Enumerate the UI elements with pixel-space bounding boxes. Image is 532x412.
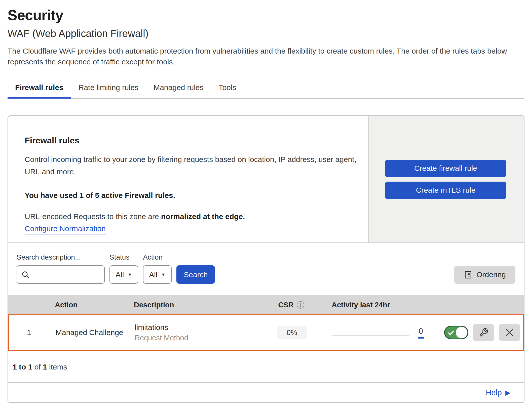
table-header-activity: Activity last 24hr bbox=[328, 301, 443, 309]
panel-description: Control incoming traffic to your zone by… bbox=[25, 153, 358, 178]
rule-controls bbox=[444, 324, 524, 341]
search-label: Search description... bbox=[17, 253, 105, 261]
ordering-button-label: Ordering bbox=[476, 270, 506, 279]
search-input[interactable] bbox=[33, 271, 100, 279]
rule-action: Managed Challenge bbox=[49, 328, 130, 337]
wrench-icon bbox=[479, 328, 488, 337]
edit-rule-button[interactable] bbox=[473, 324, 494, 341]
configure-normalization-link[interactable]: Configure Normalization bbox=[25, 224, 106, 234]
rule-description-cell: limitations Request Method bbox=[130, 323, 255, 342]
csr-badge: 0% bbox=[277, 326, 307, 339]
create-mtls-rule-button[interactable]: Create mTLS rule bbox=[385, 182, 506, 199]
search-box bbox=[17, 265, 105, 284]
pagination-items: items bbox=[49, 363, 67, 371]
rule-enabled-toggle[interactable] bbox=[444, 326, 468, 339]
action-filter-group: Action All ▼ bbox=[138, 253, 172, 284]
ordering-list-icon bbox=[464, 270, 472, 279]
action-select[interactable]: All ▼ bbox=[143, 265, 172, 284]
chevron-down-icon: ▼ bbox=[161, 272, 166, 277]
table-header-csr: CSR i bbox=[278, 301, 304, 309]
create-firewall-rule-button[interactable]: Create firewall rule bbox=[385, 160, 506, 177]
rule-index: 1 bbox=[27, 328, 31, 337]
create-rule-panel: Create firewall rule Create mTLS rule bbox=[368, 116, 524, 242]
security-waf-page: Security WAF (Web Application Firewall) … bbox=[0, 0, 532, 403]
tab-firewall-rules[interactable]: Firewall rules bbox=[8, 83, 71, 98]
help-link[interactable]: Help ▶ bbox=[486, 388, 510, 397]
tab-tools[interactable]: Tools bbox=[211, 83, 244, 98]
tab-rate-limiting-rules[interactable]: Rate limiting rules bbox=[71, 83, 146, 98]
table-header-description: Description bbox=[129, 301, 255, 309]
waf-tabs: Firewall rules Rate limiting rules Manag… bbox=[8, 83, 524, 99]
page-description: The Cloudflare WAF provides both automat… bbox=[8, 46, 524, 67]
panel-heading: Firewall rules bbox=[25, 136, 358, 145]
usage-text: You have used 1 of 5 active Firewall rul… bbox=[25, 191, 358, 200]
action-select-value: All bbox=[149, 270, 157, 279]
status-select-value: All bbox=[116, 270, 124, 279]
page-title: Security bbox=[8, 7, 524, 23]
check-icon bbox=[447, 329, 454, 336]
card-footer: Help ▶ bbox=[8, 382, 524, 402]
search-filter-group: Search description... bbox=[17, 253, 105, 284]
table-row: 1 Managed Challenge limitations Request … bbox=[8, 314, 524, 351]
table-header: Action Description CSR i Activity last 2… bbox=[8, 295, 524, 314]
search-icon bbox=[21, 270, 30, 279]
activity-cell: 0 bbox=[328, 327, 444, 339]
info-icon[interactable]: i bbox=[297, 301, 304, 309]
action-label: Action bbox=[143, 253, 172, 261]
tab-managed-rules[interactable]: Managed rules bbox=[146, 83, 211, 98]
firewall-rules-summary: Firewall rules Control incoming traffic … bbox=[8, 116, 368, 242]
close-icon bbox=[505, 328, 514, 337]
arrow-right-icon: ▶ bbox=[505, 389, 510, 397]
pagination-of: of bbox=[34, 363, 41, 371]
pagination-range: 1 to 1 bbox=[13, 363, 32, 371]
rule-description-field: Request Method bbox=[135, 334, 255, 342]
help-link-label: Help bbox=[486, 388, 502, 397]
normalization-text: URL-encoded Requests to this zone are no… bbox=[25, 212, 358, 221]
chevron-down-icon: ▼ bbox=[127, 272, 132, 277]
status-select[interactable]: All ▼ bbox=[109, 265, 138, 284]
status-label: Status bbox=[109, 253, 138, 261]
normalization-bold: normalized at the edge. bbox=[161, 212, 245, 221]
rule-description: limitations bbox=[135, 323, 255, 332]
normalization-prefix: URL-encoded Requests to this zone are bbox=[25, 212, 161, 221]
firewall-rules-card: Firewall rules Control incoming traffic … bbox=[8, 115, 524, 403]
page-subtitle: WAF (Web Application Firewall) bbox=[8, 28, 524, 39]
activity-count-link[interactable]: 0 bbox=[418, 327, 424, 339]
delete-rule-button[interactable] bbox=[499, 324, 520, 341]
ordering-button[interactable]: Ordering bbox=[454, 266, 515, 284]
filter-toolbar: Search description... Status All ▼ bbox=[8, 243, 524, 295]
search-button[interactable]: Search bbox=[176, 265, 215, 284]
status-filter-group: Status All ▼ bbox=[105, 253, 138, 284]
table-header-csr-label: CSR bbox=[278, 301, 293, 309]
toggle-knob bbox=[456, 327, 467, 338]
pagination-summary: 1 to 1 of 1 items bbox=[8, 351, 524, 382]
firewall-rules-summary-section: Firewall rules Control incoming traffic … bbox=[8, 116, 524, 243]
table-header-action: Action bbox=[48, 301, 129, 309]
pagination-total: 1 bbox=[43, 363, 47, 371]
activity-sparkline bbox=[332, 336, 409, 336]
